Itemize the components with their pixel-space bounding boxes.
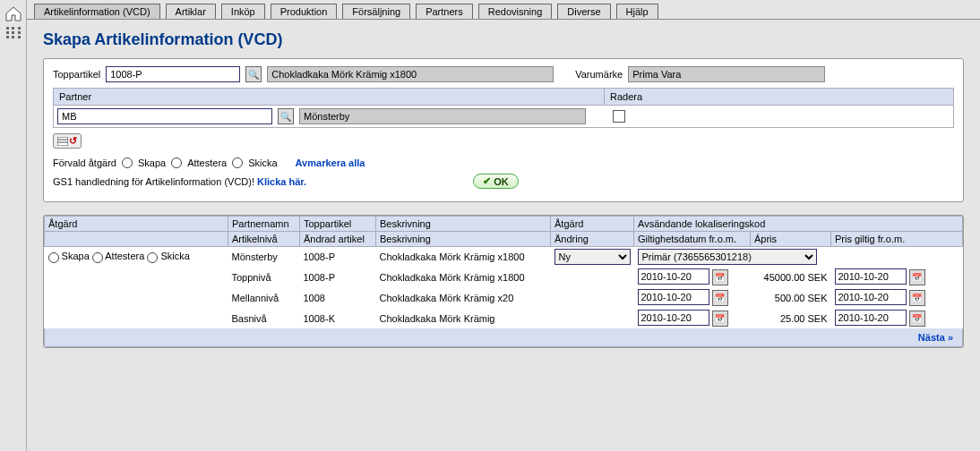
cell-article: 1008 bbox=[300, 287, 376, 308]
radio-skicka-label: Skicka bbox=[248, 157, 277, 168]
hdr-action: Åtgärd bbox=[45, 217, 228, 232]
cell-level: Mönsterby bbox=[228, 247, 300, 268]
default-action-label: Förvald åtgärd bbox=[53, 157, 116, 168]
grid-row: Basnivå 1008-K Chokladkaka Mörk Krämig 📅… bbox=[45, 308, 963, 328]
calendar-icon[interactable]: 📅 bbox=[712, 311, 728, 327]
cell-price: 45000.00 SEK bbox=[751, 267, 831, 287]
partner-lookup-icon[interactable]: 🔍 bbox=[278, 108, 294, 124]
hdr-change: Ändring bbox=[551, 232, 634, 247]
price-date-input[interactable] bbox=[835, 268, 907, 285]
hdr-pricevalid: Pris giltig fr.o.m. bbox=[831, 232, 963, 247]
topitem-panel: Toppartikel 🔍 Chokladkaka Mörk Krämig x1… bbox=[43, 58, 964, 202]
unselect-all-link[interactable]: Avmarkera alla bbox=[296, 157, 365, 168]
tab-redovisning[interactable]: Redovisning bbox=[478, 4, 553, 19]
cell-desc: Chokladkaka Mörk Krämig x1800 bbox=[376, 267, 551, 287]
tab-inkop[interactable]: Inköp bbox=[221, 4, 265, 19]
main-tabs: Artikelinformation (VCD) Artiklar Inköp … bbox=[27, 0, 980, 20]
ok-button[interactable]: ✔ OK bbox=[473, 174, 519, 189]
cell-price: 500.00 SEK bbox=[751, 287, 831, 308]
sender-select[interactable]: Primär (7365565301218) bbox=[638, 249, 817, 265]
hdr-level: Artikelnivå bbox=[228, 232, 300, 247]
price-date-input[interactable] bbox=[835, 310, 907, 326]
tab-forsaljning[interactable]: Försäljning bbox=[342, 4, 410, 19]
topitem-lookup-icon[interactable]: 🔍 bbox=[245, 66, 262, 82]
cell-article: 1008-P bbox=[300, 247, 376, 268]
hdr-desc2: Beskrivning bbox=[376, 232, 551, 247]
radio-skapa-label: Skapa bbox=[138, 157, 166, 168]
grid-row: Skapa Attestera Skicka Mönsterby 1008-P … bbox=[45, 247, 963, 268]
calendar-icon[interactable]: 📅 bbox=[712, 269, 728, 285]
partner-header-label: Partner bbox=[54, 89, 605, 105]
row-radio-attestera[interactable] bbox=[92, 252, 103, 263]
valid-date-input[interactable] bbox=[638, 268, 709, 285]
calendar-icon[interactable]: 📅 bbox=[909, 269, 925, 285]
valid-date-input[interactable] bbox=[638, 310, 709, 326]
cell-price: 25.00 SEK bbox=[751, 308, 831, 328]
tab-artiklar[interactable]: Artiklar bbox=[166, 4, 216, 19]
delete-header-label: Radera bbox=[605, 89, 654, 105]
calendar-icon[interactable]: 📅 bbox=[712, 290, 728, 306]
radio-attestera[interactable] bbox=[171, 157, 182, 168]
delete-checkbox[interactable] bbox=[613, 110, 625, 123]
tab-artikelinformation[interactable]: Artikelinformation (VCD) bbox=[34, 4, 160, 19]
result-panel: Åtgärd Partnernamn Toppartikel Beskrivni… bbox=[43, 215, 964, 348]
cell-desc: Chokladkaka Mörk Krämig x20 bbox=[376, 287, 551, 308]
topitem-label: Toppartikel bbox=[53, 69, 100, 80]
price-date-input[interactable] bbox=[835, 289, 907, 305]
left-rail bbox=[0, 0, 27, 451]
cell-level: Toppnivå bbox=[228, 267, 300, 287]
grid-row: Toppnivå 1008-P Chokladkaka Mörk Krämig … bbox=[45, 267, 963, 287]
row-radio-skicka-label: Skicka bbox=[160, 251, 189, 261]
hdr-partnername: Partnernamn bbox=[228, 217, 300, 232]
partner-row: 🔍 Mönsterby bbox=[53, 106, 954, 128]
grip-icon bbox=[6, 27, 21, 38]
brand-value: Prima Vara bbox=[628, 66, 825, 82]
tab-diverse[interactable]: Diverse bbox=[557, 4, 610, 19]
row-radio-attestera-label: Attestera bbox=[105, 251, 144, 261]
topitem-description: Chokladkaka Mörk Krämig x1800 bbox=[267, 66, 554, 82]
valid-date-input[interactable] bbox=[638, 289, 709, 305]
cell-article: 1008-P bbox=[300, 267, 376, 287]
table-icon bbox=[57, 137, 68, 146]
ok-button-label: OK bbox=[494, 176, 509, 187]
help-link[interactable]: Klicka här. bbox=[257, 176, 306, 187]
help-text: GS1 handledning för Artikelinformation (… bbox=[53, 176, 254, 187]
cell-desc: Chokladkaka Mörk Krämig x1800 bbox=[376, 247, 551, 268]
partner-code-input[interactable] bbox=[57, 108, 272, 124]
partner-subheader: Partner Radera bbox=[53, 88, 954, 106]
cell-level: Mellannivå bbox=[228, 287, 300, 308]
row-radio-skapa-label: Skapa bbox=[62, 251, 90, 261]
radio-skicka[interactable] bbox=[232, 157, 243, 168]
tab-hjalp[interactable]: Hjälp bbox=[616, 4, 658, 19]
cell-level: Basnivå bbox=[228, 308, 300, 328]
partner-name: Mönsterby bbox=[299, 108, 586, 124]
cell-desc: Chokladkaka Mörk Krämig bbox=[376, 308, 551, 328]
tab-produktion[interactable]: Produktion bbox=[271, 4, 338, 19]
action-select[interactable]: Ny bbox=[554, 249, 631, 265]
home-icon[interactable] bbox=[4, 5, 22, 21]
calendar-icon[interactable]: 📅 bbox=[909, 290, 925, 306]
topitem-code-input[interactable] bbox=[106, 66, 240, 82]
grid-header-row1: Åtgärd Partnernamn Toppartikel Beskrivni… bbox=[45, 217, 963, 232]
calendar-icon[interactable]: 📅 bbox=[909, 311, 925, 327]
svg-rect-0 bbox=[57, 137, 68, 146]
check-icon: ✔ bbox=[483, 175, 491, 187]
hdr-desc: Beskrivning bbox=[376, 217, 551, 232]
hdr-validfrom: Giltighetsdatum fr.o.m. bbox=[634, 232, 751, 247]
row-radio-skapa[interactable] bbox=[48, 252, 59, 263]
radio-skapa[interactable] bbox=[122, 157, 133, 168]
tab-partners[interactable]: Partners bbox=[416, 4, 473, 19]
add-row-button[interactable]: ↺ bbox=[53, 133, 82, 149]
radio-attestera-label: Attestera bbox=[187, 157, 227, 168]
page-title: Skapa Artikelinformation (VCD) bbox=[43, 30, 964, 49]
hdr-action2: Åtgärd bbox=[551, 217, 634, 232]
hdr-toparticle: Toppartikel bbox=[300, 217, 376, 232]
grid-row: Mellannivå 1008 Chokladkaka Mörk Krämig … bbox=[45, 287, 963, 308]
grid-header-row2: Artikelnivå Ändrad artikel Beskrivning Ä… bbox=[45, 232, 963, 247]
hdr-changed: Ändrad artikel bbox=[300, 232, 376, 247]
row-radio-skicka[interactable] bbox=[147, 252, 158, 263]
grid-footer: Nästa » bbox=[44, 328, 963, 347]
hdr-price: Ápris bbox=[751, 232, 831, 247]
hdr-sender: Avsändande lokaliseringskod bbox=[634, 217, 963, 232]
next-link[interactable]: Nästa » bbox=[918, 332, 953, 343]
